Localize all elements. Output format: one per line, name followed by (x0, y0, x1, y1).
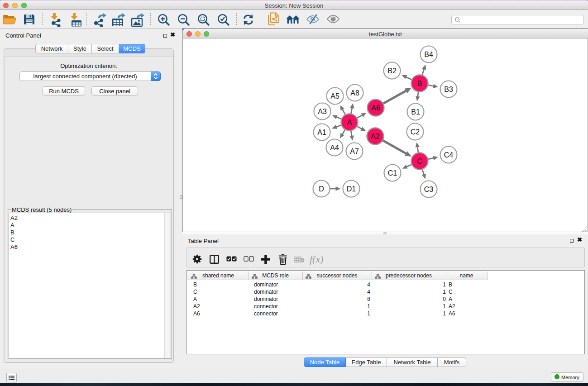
svg-text:A5: A5 (330, 92, 339, 100)
svg-text:B2: B2 (387, 67, 397, 75)
svg-text:D: D (319, 185, 324, 193)
svg-text:A1: A1 (317, 129, 326, 136)
svg-text:A6: A6 (371, 104, 380, 112)
svg-text:A3: A3 (318, 108, 327, 115)
svg-text:A2: A2 (371, 133, 380, 140)
svg-text:B4: B4 (424, 51, 433, 58)
svg-text:B3: B3 (444, 86, 453, 93)
svg-text:C1: C1 (388, 169, 397, 177)
svg-text:A: A (347, 119, 352, 126)
svg-text:C: C (417, 157, 422, 165)
svg-text:C3: C3 (424, 186, 434, 193)
svg-text:B: B (417, 80, 422, 87)
svg-text:B1: B1 (411, 108, 420, 116)
svg-text:C2: C2 (411, 128, 420, 136)
svg-text:A4: A4 (330, 144, 339, 152)
svg-text:A8: A8 (350, 89, 359, 97)
svg-text:D1: D1 (347, 185, 356, 193)
svg-text:A7: A7 (350, 148, 359, 155)
svg-text:C4: C4 (444, 151, 454, 159)
